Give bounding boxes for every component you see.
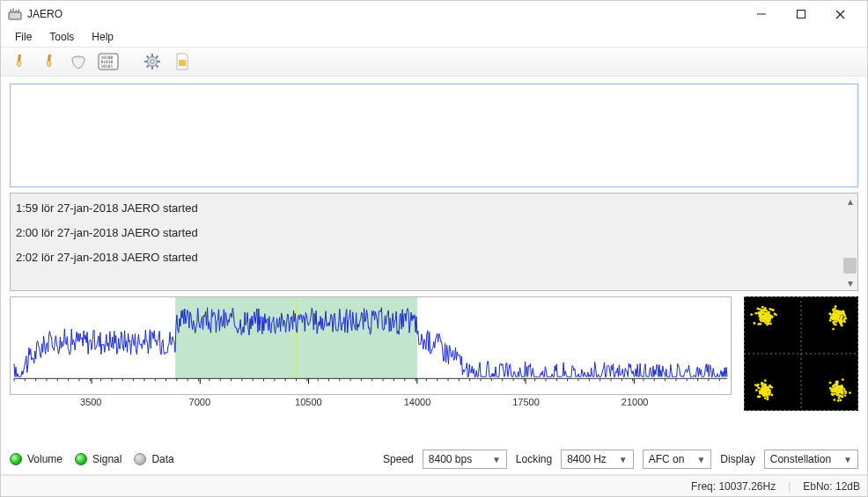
svg-point-446 <box>841 395 843 398</box>
svg-point-272 <box>836 314 839 317</box>
status-sep: | <box>788 480 791 493</box>
log-line: 2:00 lör 27-jan-2018 JAERO started <box>16 223 836 248</box>
menu-file[interactable]: File <box>8 29 39 45</box>
log-line: 2:02 lör 27-jan-2018 JAERO started <box>16 248 836 273</box>
locking-value: 8400 Hz <box>567 453 607 465</box>
binary-icon[interactable]: 101000101010101 <box>96 49 121 74</box>
svg-point-185 <box>763 310 766 312</box>
scroll-thumb[interactable] <box>843 258 857 274</box>
svg-point-454 <box>839 385 842 388</box>
chevron-down-icon: ▼ <box>490 455 503 464</box>
svg-point-286 <box>755 389 758 391</box>
svg-point-452 <box>832 390 835 392</box>
spectrum-tick: 17500 <box>512 397 540 407</box>
svg-point-184 <box>769 320 771 323</box>
led-data-label: Data <box>151 453 173 465</box>
svg-line-19 <box>147 65 149 67</box>
led-data-dot <box>134 453 146 465</box>
toolbar: 101000101010101 <box>1 47 867 77</box>
svg-point-357 <box>765 394 768 397</box>
chevron-down-icon: ▼ <box>617 455 629 464</box>
svg-point-168 <box>768 314 770 317</box>
svg-rect-2 <box>797 11 805 18</box>
chevron-down-icon: ▼ <box>695 455 707 464</box>
svg-point-403 <box>840 399 842 402</box>
scroll-down-icon[interactable]: ▾ <box>842 275 857 290</box>
svg-point-155 <box>759 318 761 321</box>
locking-label: Locking <box>516 453 552 465</box>
status-ebno: EbNo: 12dB <box>803 480 860 493</box>
svg-point-362 <box>764 387 767 390</box>
svg-point-422 <box>834 392 836 395</box>
page-icon[interactable] <box>170 49 195 74</box>
display-combo[interactable]: Constellation ▼ <box>764 449 858 469</box>
speed-label: Speed <box>383 453 414 465</box>
svg-point-241 <box>829 319 832 322</box>
close-button[interactable] <box>820 1 860 27</box>
svg-point-353 <box>754 384 757 386</box>
svg-point-374 <box>844 394 847 397</box>
menu-tools[interactable]: Tools <box>42 29 81 45</box>
svg-point-457 <box>832 385 835 388</box>
svg-line-17 <box>156 65 158 67</box>
content-area: 1:59 lör 27-jan-2018 JAERO started 2:00 … <box>1 77 867 446</box>
svg-point-331 <box>761 383 763 385</box>
spectrum-tick: 14000 <box>404 397 431 407</box>
svg-point-224 <box>841 325 843 327</box>
brush-b-icon[interactable] <box>36 49 61 74</box>
afc-value: AFC on <box>649 453 685 465</box>
window-title: JAERO <box>27 8 63 20</box>
svg-rect-0 <box>9 12 21 19</box>
svg-point-149 <box>750 313 753 316</box>
svg-point-330 <box>764 384 767 386</box>
spectrum-plot[interactable] <box>10 296 732 395</box>
led-volume: Volume <box>10 453 63 465</box>
svg-point-451 <box>835 386 837 389</box>
svg-point-11 <box>151 60 154 63</box>
svg-point-458 <box>838 394 841 397</box>
svg-point-455 <box>838 397 841 399</box>
svg-point-112 <box>759 308 761 311</box>
display-label: Display <box>720 453 754 465</box>
svg-text:10101: 10101 <box>101 64 114 69</box>
maximize-button[interactable] <box>781 1 820 27</box>
speed-combo[interactable]: 8400 bps ▼ <box>423 449 507 469</box>
minimize-button[interactable] <box>741 1 781 27</box>
svg-point-178 <box>762 315 765 318</box>
svg-point-169 <box>764 322 767 325</box>
led-data: Data <box>134 453 173 465</box>
titlebar: JAERO <box>1 1 867 27</box>
svg-point-305 <box>757 387 760 390</box>
decoder-output-pane[interactable] <box>10 84 858 187</box>
display-value: Constellation <box>770 453 831 465</box>
status-freq: Freq: 10037.26Hz <box>691 480 776 493</box>
log-pane[interactable]: 1:59 lör 27-jan-2018 JAERO started 2:00 … <box>10 193 858 291</box>
spectrum-tick: 21000 <box>622 397 649 407</box>
menu-help[interactable]: Help <box>85 29 121 45</box>
filter-icon[interactable] <box>66 49 91 74</box>
constellation-plot[interactable] <box>744 296 858 411</box>
locking-combo[interactable]: 8400 Hz ▼ <box>561 449 634 469</box>
svg-point-354 <box>759 396 761 398</box>
svg-point-186 <box>761 306 764 309</box>
svg-point-261 <box>835 324 837 326</box>
svg-point-322 <box>764 397 767 399</box>
svg-point-448 <box>836 380 839 383</box>
svg-point-274 <box>843 315 846 318</box>
svg-line-18 <box>156 56 158 58</box>
svg-point-277 <box>835 310 838 312</box>
svg-point-187 <box>769 317 771 319</box>
afc-combo[interactable]: AFC on ▼ <box>643 449 712 469</box>
log-scrollbar[interactable]: ▴ ▾ <box>842 194 857 290</box>
scroll-up-icon[interactable]: ▴ <box>842 194 857 208</box>
menubar: File Tools Help <box>1 27 867 47</box>
brush-a-icon[interactable] <box>6 49 31 74</box>
spectrum-panel[interactable]: 3500700010500140001750021000 <box>10 296 737 413</box>
svg-point-262 <box>840 322 842 325</box>
svg-point-159 <box>760 312 762 315</box>
gear-icon[interactable] <box>140 49 165 74</box>
svg-point-141 <box>754 312 757 315</box>
svg-point-181 <box>765 318 768 321</box>
svg-point-298 <box>764 379 767 382</box>
speed-value: 8400 bps <box>429 453 472 465</box>
